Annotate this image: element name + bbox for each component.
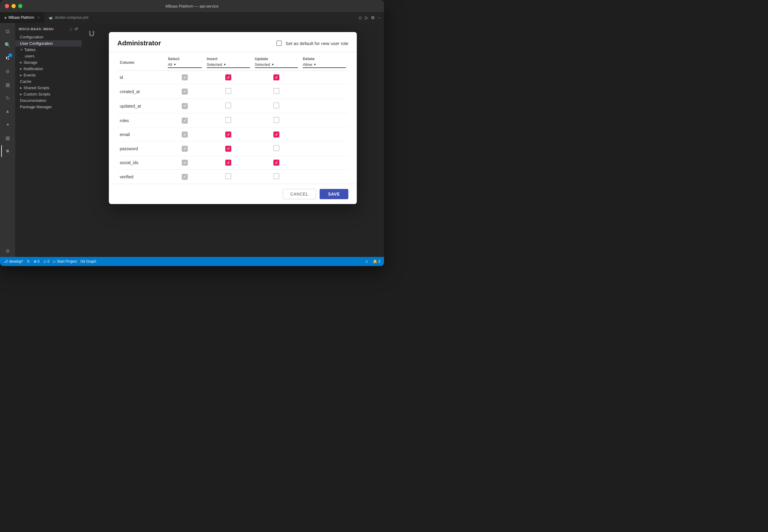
grid-icon: ▦: [5, 135, 10, 141]
sidebar-item-events[interactable]: ▶ Events: [15, 72, 82, 78]
select-dropdown[interactable]: All ▼: [168, 62, 202, 68]
activity-deploy[interactable]: ▲: [2, 105, 14, 117]
cb-email-insert[interactable]: ✓: [225, 131, 231, 138]
table-row: email✓✓✓: [117, 128, 348, 141]
cb-updated_at-insert[interactable]: [225, 102, 231, 109]
refresh-icon[interactable]: ↺: [74, 27, 78, 31]
activity-debug[interactable]: ⚙: [2, 65, 14, 77]
field-created_at: created_at: [117, 84, 165, 99]
tab-docker[interactable]: 🐋 docker-compose.yml: [44, 12, 93, 23]
play-icon[interactable]: ▷: [365, 15, 368, 20]
sidebar-item-custom-scripts[interactable]: ▶ Custom Scripts: [15, 91, 82, 97]
cb-verified-update[interactable]: [273, 173, 279, 179]
insert-dropdown[interactable]: Selected ▼: [207, 62, 250, 68]
cb-roles-insert[interactable]: [225, 117, 231, 123]
table-row: created_at✓: [117, 84, 348, 99]
cb-created_at-insert[interactable]: [225, 88, 231, 94]
col-delete-label: Delete: [303, 57, 346, 61]
delete-dropdown[interactable]: Allow ▼: [303, 62, 346, 68]
activity-extensions[interactable]: ▦: [2, 79, 14, 91]
settings-icon: ⚙: [5, 248, 10, 254]
home-icon[interactable]: ⌂: [70, 27, 73, 31]
sidebar-item-tables[interactable]: ▼ Tables: [15, 47, 82, 53]
sidebar-item-users[interactable]: users: [15, 53, 82, 59]
field-email: email: [117, 128, 165, 141]
activity-robot[interactable]: ✦: [2, 118, 14, 131]
more-icon[interactable]: ···: [377, 15, 381, 20]
run-icon[interactable]: ◇: [359, 15, 362, 20]
statusbar-warnings[interactable]: ⚠ 0: [43, 259, 50, 264]
cb-password-insert[interactable]: ✓: [225, 146, 231, 152]
activity-active[interactable]: ≡: [1, 145, 13, 157]
activity-grid[interactable]: ▦: [2, 132, 14, 144]
cb-id-insert[interactable]: ✓: [225, 74, 231, 80]
cb-updated_at-select[interactable]: ✓: [182, 103, 188, 109]
branch-label: develop*: [9, 259, 23, 264]
maximize-button[interactable]: [18, 4, 22, 8]
activity-search[interactable]: 🔍: [2, 39, 14, 51]
delete-dropdown-arrow: ▼: [314, 63, 317, 66]
sidebar-tables-label: Tables: [24, 47, 36, 52]
cb-roles-select[interactable]: ✓: [182, 118, 188, 124]
titlebar: MBaas Platform — api-service: [0, 0, 384, 12]
notification-arrow-icon: ▶: [20, 67, 22, 70]
sidebar-item-storage[interactable]: ▶ Storage: [15, 59, 82, 66]
cb-id-select[interactable]: ✓: [182, 74, 188, 80]
cb-email-update[interactable]: ✓: [273, 131, 279, 138]
field-updated_at: updated_at: [117, 99, 165, 113]
cb-created_at-select[interactable]: ✓: [182, 89, 188, 95]
statusbar-git-graph[interactable]: Git Graph: [80, 259, 96, 264]
statusbar-sync[interactable]: ↻: [27, 259, 30, 264]
cb-email-select[interactable]: ✓: [182, 131, 188, 138]
update-dropdown[interactable]: Selected ▼: [255, 62, 298, 68]
sidebar-notification-label: Notification: [24, 67, 43, 71]
window-controls[interactable]: [5, 4, 22, 8]
sidebar-item-shared-scripts[interactable]: ▶ Shared Scripts: [15, 85, 82, 91]
split-icon[interactable]: ⧉: [371, 15, 374, 20]
save-button[interactable]: SAVE: [320, 189, 348, 199]
statusbar-branch[interactable]: ⎇ develop*: [4, 259, 23, 264]
sidebar-item-notification[interactable]: ▶ Notification: [15, 66, 82, 72]
tab-mbaas[interactable]: ◆ MBaas Platform ✕: [0, 12, 44, 23]
cb-roles-update[interactable]: [273, 117, 279, 123]
sidebar-item-documentation[interactable]: Documentation: [15, 97, 82, 104]
set-default-checkbox[interactable]: [276, 41, 282, 46]
field-password: password: [117, 141, 165, 156]
sidebar-item-configuration[interactable]: Configuration: [15, 34, 82, 40]
robot-icon: ✦: [6, 122, 10, 128]
statusbar-smiley[interactable]: ☺: [365, 259, 369, 264]
statusbar-notifications[interactable]: 🔔 2: [373, 259, 380, 264]
statusbar-left: ⎇ develop* ↻ ⊗ 0 ⚠ 0 ▷ Start Project Git…: [4, 259, 96, 264]
activity-settings[interactable]: ⚙: [2, 245, 14, 257]
dialog-footer: CANCEL SAVE: [109, 184, 357, 204]
activity-source-control[interactable]: ⑆ 7: [2, 52, 14, 64]
sidebar-item-user-configuration[interactable]: User Configuration: [15, 40, 82, 47]
cb-created_at-update[interactable]: [273, 88, 279, 94]
sidebar-item-package-manager[interactable]: Package Manager: [15, 104, 82, 110]
cb-verified-select[interactable]: ✓: [182, 174, 188, 180]
table-row: verified✓: [117, 170, 348, 184]
cb-password-update[interactable]: [273, 145, 279, 151]
cb-social_ids-insert[interactable]: ✓: [225, 160, 231, 166]
statusbar-errors[interactable]: ⊗ 0: [34, 259, 40, 264]
cb-social_ids-select[interactable]: ✓: [182, 160, 188, 166]
cb-verified-insert[interactable]: [225, 173, 231, 179]
files-icon: ⧉: [6, 28, 10, 35]
cancel-button[interactable]: CANCEL: [283, 189, 316, 199]
minimize-button[interactable]: [11, 4, 16, 8]
cb-id-update[interactable]: ✓: [273, 74, 279, 80]
cb-id-delete: [300, 71, 348, 84]
tab-mbaas-close[interactable]: ✕: [37, 16, 40, 20]
statusbar-start-project[interactable]: ▷ Start Project: [53, 259, 77, 264]
close-button[interactable]: [5, 4, 9, 8]
sidebar-users-label: users: [25, 54, 34, 58]
col-insert-label: Insert: [207, 57, 250, 61]
cb-social_ids-update[interactable]: ✓: [273, 160, 279, 166]
cb-password-select[interactable]: ✓: [182, 146, 188, 152]
sidebar-item-cache[interactable]: Cache: [15, 78, 82, 85]
cb-updated_at-update[interactable]: [273, 102, 279, 109]
main-layout: ⧉ 🔍 ⑆ 7 ⚙ ▦ ↻ ▲ ✦ ▦ ≡ ⚙: [0, 23, 384, 257]
field-social_ids: social_ids: [117, 156, 165, 170]
activity-files[interactable]: ⧉: [2, 25, 14, 37]
activity-timeline[interactable]: ↻: [2, 92, 14, 104]
